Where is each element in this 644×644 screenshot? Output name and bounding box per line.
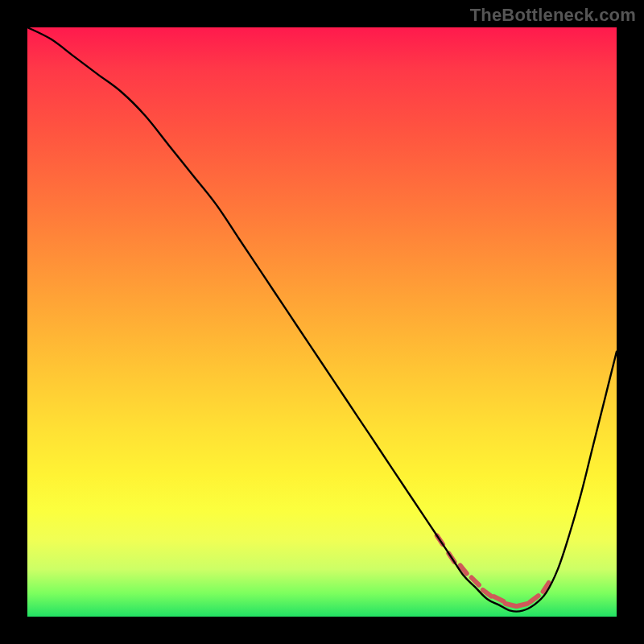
optimal-marker bbox=[518, 604, 528, 606]
optimal-marker bbox=[506, 604, 516, 606]
bottleneck-curve-path bbox=[27, 27, 617, 612]
chart-frame: TheBottleneck.com bbox=[0, 0, 644, 644]
optimal-marker bbox=[494, 597, 504, 601]
plot-area bbox=[27, 27, 617, 617]
watermark-text: TheBottleneck.com bbox=[470, 5, 636, 26]
optimal-marker bbox=[530, 596, 538, 602]
optimal-zone-markers bbox=[437, 535, 549, 606]
bottleneck-curve-svg bbox=[27, 27, 617, 617]
